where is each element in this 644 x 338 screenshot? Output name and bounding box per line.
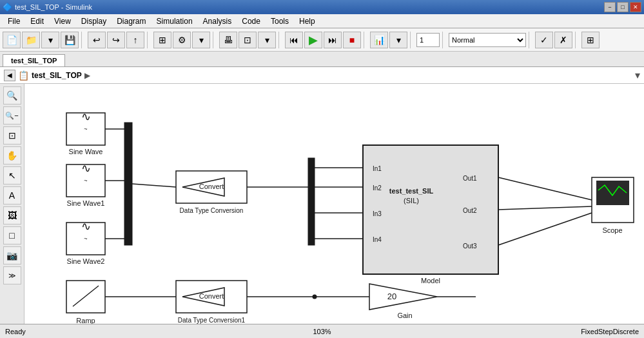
menu-display[interactable]: Display <box>76 15 112 27</box>
svg-rect-8 <box>124 123 132 245</box>
status-solver: FixedStepDiscrete <box>581 328 639 335</box>
open-dropdown[interactable]: ▾ <box>41 32 59 48</box>
svg-rect-14 <box>308 158 315 245</box>
in1-label: In1 <box>373 165 382 172</box>
status-zoom: 103% <box>313 328 331 335</box>
library-button[interactable]: ⊞ <box>153 32 171 48</box>
gain-value: 20 <box>387 292 396 301</box>
redo-button[interactable]: ↪ <box>107 32 125 48</box>
main-area: 🔍 🔍− ⊡ ✋ ↖ A 🖼 □ 📷 ≫ ∿ ~ Sine Wave ∿ ~ S… <box>0 84 644 324</box>
pan-button[interactable]: ✋ <box>3 146 21 164</box>
check-button[interactable]: ✓ <box>535 32 553 48</box>
model-sil: (SIL) <box>404 197 419 204</box>
square-button[interactable]: □ <box>3 226 21 244</box>
convert1-sub: Data Type Conversion <box>180 207 244 214</box>
in4-label: In4 <box>373 236 382 243</box>
svg-rect-20 <box>596 181 629 205</box>
stop-button[interactable]: ■ <box>343 32 361 48</box>
camera-button[interactable]: 📷 <box>3 246 21 264</box>
app-icon: 🔷 <box>3 3 12 12</box>
sep4 <box>278 32 282 48</box>
ramp-block[interactable] <box>66 281 105 313</box>
menu-analysis[interactable]: Analysis <box>198 15 237 27</box>
sine-wave-label: Sine Wave <box>69 148 103 155</box>
breadcrumb-bar: ◀ 📋 test_SIL_TOP ▶ ▾ <box>0 67 644 84</box>
check2-button[interactable]: ✗ <box>554 32 572 48</box>
maximize-button[interactable]: □ <box>617 2 629 12</box>
sine-wave2-label: Sine Wave2 <box>67 257 105 265</box>
fit-view-button[interactable]: ⊡ <box>3 126 21 144</box>
sine-wave1-label: Sine Wave1 <box>67 199 105 207</box>
sep7 <box>442 32 446 48</box>
cursor-button[interactable]: ↖ <box>3 166 21 184</box>
sep5 <box>364 32 367 48</box>
canvas[interactable]: ∿ ~ Sine Wave ∿ ~ Sine Wave1 ∿ ~ Sine Wa… <box>24 84 644 324</box>
svg-text:~: ~ <box>84 126 87 132</box>
fit-button[interactable]: ⊡ <box>239 32 257 48</box>
out2-label: Out2 <box>463 207 477 214</box>
menu-view[interactable]: View <box>49 15 76 27</box>
scope-label: Scope <box>602 226 622 234</box>
toolbar: 📄 📁 ▾ 💾 ↩ ↪ ↑ ⊞ ⚙ ▾ 🖶 ⊡ ▾ ⏮ ▶ ⏭ ■ 📊 ▾ No… <box>0 28 644 52</box>
grid-button[interactable]: ⊞ <box>581 32 600 48</box>
tab-test-sil-top[interactable]: test_SIL_TOP <box>3 54 65 66</box>
model-title: test_test_SIL <box>389 187 434 195</box>
play-button[interactable]: ▶ <box>304 32 322 48</box>
sep8 <box>529 32 532 48</box>
step-back-button[interactable]: ⏮ <box>285 32 303 48</box>
settings-dropdown[interactable]: ▾ <box>192 32 210 48</box>
fit-dropdown[interactable]: ▾ <box>258 32 276 48</box>
undo-button[interactable]: ↩ <box>88 32 106 48</box>
svg-text:∿: ∿ <box>81 110 91 123</box>
sep1 <box>81 32 85 48</box>
convert2-sub: Data Type Conversion1 <box>178 317 246 324</box>
close-button[interactable]: ✕ <box>630 2 641 12</box>
more-button[interactable]: ≫ <box>3 266 21 284</box>
title-bar: 🔷 test_SIL_TOP - Simulink − □ ✕ <box>0 0 644 14</box>
tab-bar: test_SIL_TOP <box>0 52 644 67</box>
out3-label: Out3 <box>463 243 477 250</box>
menu-help[interactable]: Help <box>294 15 320 27</box>
in2-label: In2 <box>373 184 382 192</box>
scope-dropdown[interactable]: ▾ <box>389 32 407 48</box>
menu-simulation[interactable]: Simulation <box>151 15 198 27</box>
text-button[interactable]: A <box>3 186 21 204</box>
back-button[interactable]: ◀ <box>4 70 15 81</box>
settings-button[interactable]: ⚙ <box>173 32 191 48</box>
menu-file[interactable]: File <box>3 15 25 27</box>
step-forward-button[interactable]: ⏭ <box>324 32 342 48</box>
svg-text:∿: ∿ <box>81 220 91 233</box>
menu-bar: File Edit View Display Diagram Simulatio… <box>0 14 644 28</box>
new-button[interactable]: 📄 <box>3 32 21 48</box>
menu-diagram[interactable]: Diagram <box>112 15 151 27</box>
svg-point-27 <box>313 295 317 299</box>
menu-tools[interactable]: Tools <box>266 15 294 27</box>
status-ready: Ready <box>5 328 26 335</box>
gain-label: Gain <box>397 312 412 319</box>
scope-button[interactable]: 📊 <box>370 32 388 48</box>
breadcrumb-arrow: ▶ <box>84 71 90 80</box>
svg-text:~: ~ <box>84 235 87 242</box>
sep6 <box>410 32 414 48</box>
up-button[interactable]: ↑ <box>126 32 144 48</box>
save-button[interactable]: 💾 <box>61 32 79 48</box>
svg-text:~: ~ <box>84 177 87 184</box>
model-block[interactable] <box>363 145 498 274</box>
out1-label: Out1 <box>463 175 477 182</box>
menu-edit[interactable]: Edit <box>25 15 49 27</box>
image-button[interactable]: 🖼 <box>3 206 21 224</box>
zoom-in-button[interactable]: 🔍 <box>3 86 21 104</box>
minimize-button[interactable]: − <box>604 2 616 12</box>
convert1-label: Convert <box>199 183 224 190</box>
left-panel: 🔍 🔍− ⊡ ✋ ↖ A 🖼 □ 📷 ≫ <box>0 84 24 324</box>
sep9 <box>575 32 579 48</box>
open-button[interactable]: 📁 <box>22 32 40 48</box>
menu-code[interactable]: Code <box>237 15 266 27</box>
time-input[interactable] <box>416 33 440 47</box>
mode-select[interactable]: Normal <box>449 33 526 47</box>
sep3 <box>213 32 217 48</box>
convert2-label: Convert <box>199 292 224 300</box>
zoom-out-button[interactable]: 🔍− <box>3 106 21 124</box>
print-button[interactable]: 🖶 <box>219 32 237 48</box>
breadcrumb-dropdown[interactable]: ▾ <box>635 69 640 81</box>
